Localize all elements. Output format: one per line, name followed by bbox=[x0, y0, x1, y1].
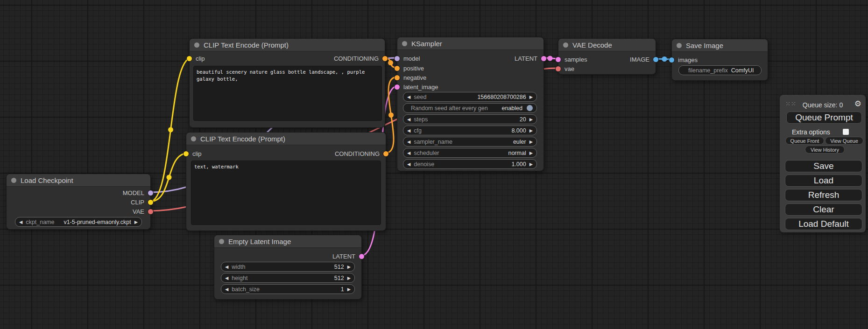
increment-arrow-icon[interactable]: ▶ bbox=[529, 162, 533, 167]
node-title-bar[interactable]: Empty Latent Image bbox=[214, 235, 361, 248]
collapse-dot-icon[interactable] bbox=[194, 42, 199, 48]
widget-ckpt-name[interactable]: ◀ ckpt_name v1-5-pruned-emaonly.ckpt ▶ bbox=[15, 217, 142, 227]
widget-random-seed-toggle[interactable]: Random seed after every gen enabled bbox=[403, 103, 537, 113]
prompt-textarea[interactable]: text, watermark bbox=[191, 161, 381, 225]
increment-arrow-icon[interactable]: ▶ bbox=[529, 128, 533, 133]
widget-width[interactable]: ◀ width 512 ▶ bbox=[221, 262, 355, 272]
collapse-dot-icon[interactable] bbox=[402, 41, 407, 46]
node-vae-decode[interactable]: VAE Decode samples IMAGE vae bbox=[558, 38, 656, 75]
settings-gear-icon[interactable]: ⚙ bbox=[854, 100, 861, 108]
clip-input-port[interactable] bbox=[183, 151, 189, 156]
load-button[interactable]: Load bbox=[785, 175, 862, 187]
queue-prompt-button[interactable]: Queue Prompt bbox=[786, 112, 862, 124]
node-title-label: Load Checkpoint bbox=[21, 176, 73, 184]
widget-value: v1-5-pruned-emaonly.ckpt bbox=[64, 219, 131, 225]
queue-panel: ⁙⁙ Queue size: 0 ⚙ Queue Prompt Extra op… bbox=[780, 95, 866, 232]
next-value-arrow-icon[interactable]: ▶ bbox=[529, 140, 533, 144]
widget-value: euler bbox=[513, 139, 526, 145]
queue-size-label: Queue size: 0 bbox=[780, 101, 866, 109]
widget-scheduler[interactable]: ◀ scheduler normal ▶ bbox=[403, 148, 537, 158]
conditioning-output-port[interactable] bbox=[383, 151, 388, 156]
conditioning-output-port[interactable] bbox=[382, 56, 388, 61]
increment-arrow-icon[interactable]: ▶ bbox=[529, 117, 533, 122]
latent-image-input-port[interactable] bbox=[395, 84, 400, 90]
refresh-button[interactable]: Refresh bbox=[785, 189, 862, 201]
widget-sampler-name[interactable]: ◀ sampler_name euler ▶ bbox=[403, 137, 537, 147]
vae-output-port[interactable] bbox=[148, 209, 153, 214]
collapse-dot-icon[interactable] bbox=[219, 239, 224, 244]
port-row: negative bbox=[397, 73, 543, 82]
collapse-dot-icon[interactable] bbox=[677, 43, 682, 48]
widget-cfg[interactable]: ◀ cfg 8.000 ▶ bbox=[403, 126, 537, 135]
clear-button[interactable]: Clear bbox=[785, 203, 862, 216]
output-label-image: IMAGE bbox=[630, 56, 649, 63]
node-title-bar[interactable]: CLIP Text Encode (Prompt) bbox=[190, 39, 385, 51]
decrement-arrow-icon[interactable]: ◀ bbox=[225, 276, 228, 280]
vae-input-port[interactable] bbox=[556, 66, 561, 71]
node-clip-text-encode-positive[interactable]: CLIP Text Encode (Prompt) clip CONDITION… bbox=[189, 38, 385, 128]
collapse-dot-icon[interactable] bbox=[11, 178, 16, 183]
widget-filename-prefix[interactable]: filename_prefix ComfyUI bbox=[678, 65, 762, 75]
increment-arrow-icon[interactable]: ▶ bbox=[347, 276, 351, 280]
widget-seed[interactable]: ◀ seed 156680208700286 ▶ bbox=[403, 92, 537, 102]
widget-label: denoise bbox=[414, 161, 434, 168]
clip-output-port[interactable] bbox=[148, 200, 153, 205]
node-graph-canvas[interactable]: Load Checkpoint MODEL CLIP VAE ◀ ckpt_na… bbox=[0, 0, 868, 329]
view-queue-button[interactable]: View Queue bbox=[825, 137, 863, 145]
increment-arrow-icon[interactable]: ▶ bbox=[347, 265, 351, 269]
collapse-dot-icon[interactable] bbox=[563, 42, 568, 48]
decrement-arrow-icon[interactable]: ◀ bbox=[225, 287, 228, 292]
model-output-port[interactable] bbox=[148, 190, 153, 196]
decrement-arrow-icon[interactable]: ◀ bbox=[407, 117, 410, 122]
next-value-arrow-icon[interactable]: ▶ bbox=[134, 220, 138, 224]
images-input-port[interactable] bbox=[669, 57, 674, 63]
widget-label: batch_size bbox=[232, 286, 260, 293]
node-title-label: Empty Latent Image bbox=[228, 238, 291, 245]
queue-front-button[interactable]: Queue Front bbox=[785, 137, 824, 145]
samples-input-port[interactable] bbox=[556, 57, 561, 62]
widget-denoise[interactable]: ◀ denoise 1.000 ▶ bbox=[403, 159, 537, 169]
decrement-arrow-icon[interactable]: ◀ bbox=[407, 128, 410, 133]
increment-arrow-icon[interactable]: ▶ bbox=[347, 287, 351, 292]
prev-value-arrow-icon[interactable]: ◀ bbox=[407, 140, 410, 144]
widget-batch-size[interactable]: ◀ batch_size 1 ▶ bbox=[221, 284, 355, 294]
next-value-arrow-icon[interactable]: ▶ bbox=[529, 151, 533, 155]
model-input-port[interactable] bbox=[395, 56, 400, 61]
node-title-bar[interactable]: KSampler bbox=[397, 37, 543, 50]
node-ksampler[interactable]: KSampler model LATENT positive negative … bbox=[397, 37, 544, 171]
load-default-button[interactable]: Load Default bbox=[785, 218, 862, 230]
decrement-arrow-icon[interactable]: ◀ bbox=[407, 162, 410, 167]
node-save-image[interactable]: Save Image images filename_prefix ComfyU… bbox=[671, 39, 768, 81]
prev-value-arrow-icon[interactable]: ◀ bbox=[19, 220, 22, 224]
prompt-textarea[interactable]: beautiful scenery nature glass bottle la… bbox=[193, 66, 382, 121]
node-title-bar[interactable]: VAE Decode bbox=[558, 39, 656, 51]
clip-input-port[interactable] bbox=[187, 56, 192, 61]
output-label-latent: LATENT bbox=[515, 55, 537, 62]
port-row: vae bbox=[558, 64, 656, 73]
view-history-button[interactable]: View History bbox=[805, 146, 845, 154]
node-load-checkpoint[interactable]: Load Checkpoint MODEL CLIP VAE ◀ ckpt_na… bbox=[6, 174, 151, 230]
save-button[interactable]: Save bbox=[785, 160, 862, 172]
latent-output-port[interactable] bbox=[359, 254, 364, 259]
input-label-latent-image: latent_image bbox=[403, 84, 438, 91]
latent-output-port[interactable] bbox=[541, 56, 546, 61]
node-title-bar[interactable]: Save Image bbox=[672, 39, 768, 52]
extra-options-checkbox[interactable] bbox=[843, 129, 849, 135]
decrement-arrow-icon[interactable]: ◀ bbox=[225, 265, 228, 269]
widget-steps[interactable]: ◀ steps 20 ▶ bbox=[403, 114, 537, 124]
widget-label: ckpt_name bbox=[26, 219, 54, 225]
toggle-icon[interactable] bbox=[527, 105, 533, 111]
increment-arrow-icon[interactable]: ▶ bbox=[529, 95, 533, 99]
widget-height[interactable]: ◀ height 512 ▶ bbox=[221, 273, 355, 283]
prev-value-arrow-icon[interactable]: ◀ bbox=[407, 151, 410, 155]
node-empty-latent-image[interactable]: Empty Latent Image LATENT ◀ width 512 ▶ … bbox=[214, 235, 362, 300]
image-output-port[interactable] bbox=[653, 57, 658, 62]
node-clip-text-encode-negative[interactable]: CLIP Text Encode (Prompt) clip CONDITION… bbox=[186, 132, 386, 231]
negative-input-port[interactable] bbox=[395, 75, 400, 80]
positive-input-port[interactable] bbox=[395, 66, 400, 71]
input-label-negative: negative bbox=[403, 74, 426, 81]
node-title-bar[interactable]: Load Checkpoint bbox=[7, 174, 150, 187]
collapse-dot-icon[interactable] bbox=[191, 136, 196, 141]
node-title-bar[interactable]: CLIP Text Encode (Prompt) bbox=[186, 133, 386, 145]
decrement-arrow-icon[interactable]: ◀ bbox=[407, 95, 410, 99]
